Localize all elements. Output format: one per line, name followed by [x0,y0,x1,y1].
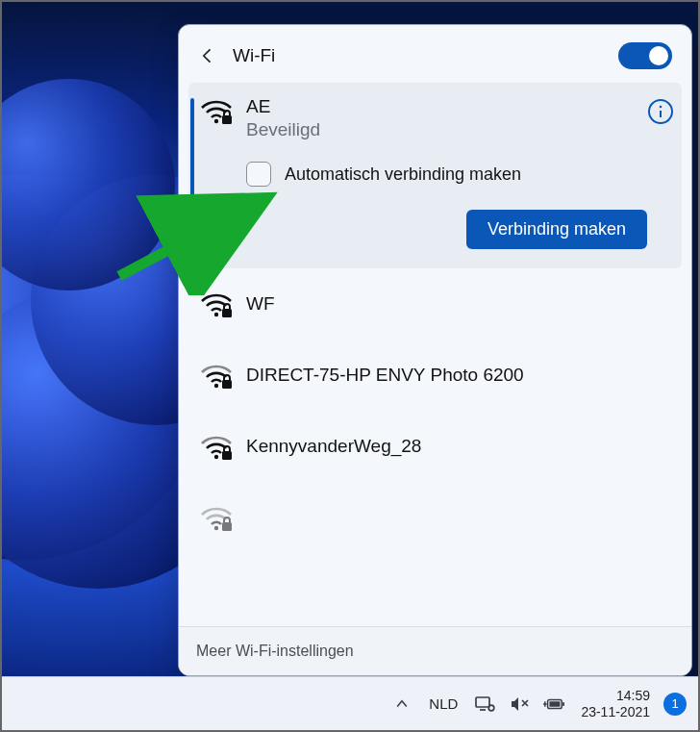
svg-point-4 [214,313,218,316]
flyout-header: Wi-Fi [179,25,691,83]
network-name: WF [246,293,275,315]
svg-rect-11 [222,522,232,531]
network-name: AE [246,96,647,117]
svg-rect-9 [222,451,232,460]
flyout-footer: Meer Wi-Fi-instellingen [179,626,691,675]
flyout-title: Wi-Fi [233,45,275,66]
tray-overflow-icon[interactable] [391,694,412,715]
more-wifi-settings-link[interactable]: Meer Wi-Fi-instellingen [196,643,354,659]
network-list: AE Beveiligd Automatisch verbinding make… [179,83,691,626]
auto-connect-checkbox[interactable] [246,162,271,187]
wifi-secure-icon [200,505,233,532]
network-item[interactable]: WF [188,268,682,340]
back-button[interactable] [196,44,219,67]
battery-charging-icon[interactable] [543,694,564,715]
wifi-secure-icon [200,98,233,125]
network-tray-icon[interactable] [474,694,495,715]
svg-rect-13 [476,697,489,707]
network-status: Beveiligd [246,119,647,140]
network-item-selected[interactable]: AE Beveiligd Automatisch verbinding make… [188,83,682,268]
wifi-secure-icon [200,291,233,318]
notification-badge[interactable]: 1 [663,693,687,716]
svg-rect-7 [222,380,232,389]
svg-point-6 [214,384,218,388]
date-text: 23-11-2021 [581,704,650,720]
volume-mute-icon[interactable] [509,694,530,715]
svg-rect-1 [222,115,232,124]
selection-indicator [190,98,194,271]
taskbar: NLD 14:59 23-11-2021 1 [2,676,698,730]
wifi-secure-icon [200,434,233,461]
connect-button[interactable]: Verbinding maken [466,210,647,249]
auto-connect-label: Automatisch verbinding maken [285,164,521,185]
clock[interactable]: 14:59 23-11-2021 [581,688,650,720]
svg-rect-16 [563,702,565,706]
info-icon[interactable] [647,98,674,125]
svg-point-8 [214,455,218,459]
svg-point-3 [660,106,662,109]
network-item[interactable]: KennyvanderWeg_28 [188,411,682,482]
language-indicator[interactable]: NLD [429,695,458,712]
network-item[interactable]: DIRECT-75-HP ENVY Photo 6200 [188,340,682,411]
wifi-flyout: Wi-Fi AE Beveiligd [178,24,692,676]
svg-rect-17 [550,701,561,707]
time-text: 14:59 [581,688,650,704]
svg-point-0 [214,119,218,123]
wifi-toggle[interactable] [618,42,672,69]
svg-point-14 [489,705,495,711]
svg-rect-5 [222,309,232,317]
svg-point-10 [214,526,218,530]
network-item[interactable] [188,482,682,553]
network-name: KennyvanderWeg_28 [246,436,421,457]
network-name: DIRECT-75-HP ENVY Photo 6200 [246,365,524,386]
wifi-secure-icon [200,363,233,390]
